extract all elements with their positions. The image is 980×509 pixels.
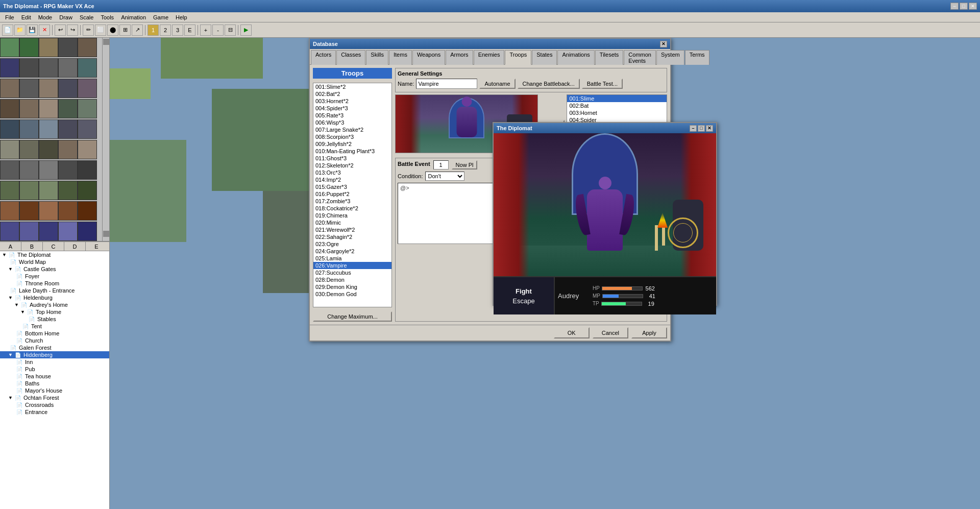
troop-list-item[interactable]: 002:Bat*2 xyxy=(313,90,391,98)
tile-cell-28[interactable] xyxy=(58,140,78,159)
menu-help[interactable]: Help xyxy=(173,14,190,21)
map-tree-item[interactable]: 📄Stables xyxy=(0,316,109,323)
map-tree-item[interactable]: 📄Mayor's House xyxy=(0,387,109,394)
tile-cell-43[interactable] xyxy=(58,201,78,221)
map-tree-item[interactable]: 📄Foyer xyxy=(0,273,109,280)
escape-button[interactable]: Escape xyxy=(512,297,534,305)
map-tree-item[interactable]: 📄Galen Forest xyxy=(0,344,109,351)
tile-cell-24[interactable] xyxy=(78,119,97,139)
tab-tilesets[interactable]: Tilesets xyxy=(595,50,624,65)
map-tree-item[interactable]: 📄Tent xyxy=(0,323,109,330)
battle-maximize[interactable]: □ xyxy=(698,125,705,132)
tile-cell-6[interactable] xyxy=(19,58,39,78)
enemy-list-item[interactable]: 002:Bat xyxy=(567,102,667,109)
tile-cell-13[interactable] xyxy=(58,79,78,98)
map-tree-item[interactable]: ▼📄Hiddenberg xyxy=(0,351,109,358)
battle-minimize[interactable]: – xyxy=(690,125,697,132)
tile-cell-15[interactable] xyxy=(0,99,19,118)
tab-actors[interactable]: Actors xyxy=(311,50,336,65)
troop-list-item[interactable]: 009:Jellyfish*2 xyxy=(313,140,391,148)
menu-animation[interactable]: Animation xyxy=(118,14,149,21)
troop-list-item[interactable]: 022:Sahagin*2 xyxy=(313,233,391,240)
tile-cell-45[interactable] xyxy=(0,222,19,241)
tile-cell-37[interactable] xyxy=(39,181,58,200)
tile-cell-19[interactable] xyxy=(78,99,97,118)
fight-button[interactable]: Fight xyxy=(516,287,532,295)
map-tree-item[interactable]: 📄Throne Room xyxy=(0,280,109,287)
troop-list-item[interactable]: 003:Hornet*2 xyxy=(313,98,391,105)
database-close[interactable]: ✕ xyxy=(660,41,667,47)
toolbar-pencil[interactable]: ✏ xyxy=(83,25,94,36)
map-tree-item[interactable]: ▼📄Top Home xyxy=(0,308,109,316)
toolbar-select[interactable]: ↗ xyxy=(132,25,143,36)
tile-cell-38[interactable] xyxy=(58,181,78,200)
troop-list-item[interactable]: 021:Werewolf*2 xyxy=(313,226,391,233)
map-tree-item[interactable]: 📄Tea house xyxy=(0,373,109,380)
map-tree-item[interactable]: 📄World Map xyxy=(0,258,109,265)
tile-cell-34[interactable] xyxy=(78,160,97,180)
apply-button[interactable]: Apply xyxy=(631,327,667,338)
tile-cell-17[interactable] xyxy=(39,99,58,118)
map-tree[interactable]: ▼📄The Diplomat 📄World Map▼📄Castle Gates … xyxy=(0,251,109,509)
troop-list-item[interactable]: 029:Demon King xyxy=(313,283,391,290)
tab-weapons[interactable]: Weapons xyxy=(412,50,445,65)
tile-cell-12[interactable] xyxy=(39,79,58,98)
troop-list-item[interactable]: 017:Zombie*3 xyxy=(313,198,391,205)
map-tree-item[interactable]: 📄Lake Dayth - Entrance xyxy=(0,287,109,294)
map-tree-item[interactable]: ▼📄Audrey's Home xyxy=(0,301,109,308)
troop-list-item[interactable]: 014:Imp*2 xyxy=(313,176,391,183)
menu-scale[interactable]: Scale xyxy=(77,14,97,21)
troop-list-item[interactable]: 001:Slime*2 xyxy=(313,83,391,90)
condition-select[interactable]: Don't Turn No. Enemy HP xyxy=(425,172,464,181)
menu-game[interactable]: Game xyxy=(150,14,172,21)
menu-mode[interactable]: Mode xyxy=(35,14,56,21)
ok-button[interactable]: OK xyxy=(554,327,590,338)
battle-close[interactable]: ✕ xyxy=(706,125,713,132)
tab-states[interactable]: States xyxy=(532,50,557,65)
tab-enemies[interactable]: Enemies xyxy=(474,50,505,65)
tileset-area[interactable] xyxy=(0,38,109,242)
troop-list-item[interactable]: 020:Mimic xyxy=(313,219,391,226)
toolbar-undo[interactable]: ↩ xyxy=(55,25,66,36)
name-input[interactable] xyxy=(416,79,477,89)
toolbar-open[interactable]: 📁 xyxy=(14,25,26,36)
tile-cell-8[interactable] xyxy=(58,58,78,78)
map-tree-item[interactable]: ▼📄The Diplomat xyxy=(0,251,109,258)
troop-list-item[interactable]: 025:Lamia xyxy=(313,255,391,262)
tile-cell-4[interactable] xyxy=(78,38,97,57)
toolbar-layer2[interactable]: 2 xyxy=(160,25,171,36)
battle-window[interactable]: The Diplomat – □ ✕ xyxy=(493,122,717,306)
tile-cell-9[interactable] xyxy=(78,58,97,78)
tab-common-events[interactable]: Common Events xyxy=(624,50,656,65)
now-play-button[interactable]: Now Pl xyxy=(452,160,478,169)
tab-skills[interactable]: Skills xyxy=(366,50,388,65)
tile-cell-1[interactable] xyxy=(19,38,39,57)
tile-cell-31[interactable] xyxy=(19,160,39,180)
troop-list-item[interactable]: 007:Large Snake*2 xyxy=(313,126,391,133)
troops-list[interactable]: 001:Slime*2002:Bat*2003:Hornet*2004:Spid… xyxy=(313,83,392,307)
toolbar-layer1[interactable]: 1 xyxy=(148,25,159,36)
cancel-button[interactable]: Cancel xyxy=(593,327,628,338)
enemy-list-item[interactable]: 003:Hornet xyxy=(567,109,667,116)
toolbar-zoom-fit[interactable]: ⊟ xyxy=(225,25,236,36)
tile-cell-23[interactable] xyxy=(58,119,78,139)
tile-cell-35[interactable] xyxy=(0,181,19,200)
troop-list-item[interactable]: 008:Scorpion*3 xyxy=(313,133,391,140)
troop-list-item[interactable]: 024:Gargoyle*2 xyxy=(313,248,391,255)
map-tree-item[interactable]: 📄Baths xyxy=(0,380,109,387)
tile-cell-44[interactable] xyxy=(78,201,97,221)
tile-cell-18[interactable] xyxy=(58,99,78,118)
tile-cell-39[interactable] xyxy=(78,181,97,200)
tab-items[interactable]: Items xyxy=(389,50,412,65)
tile-cell-3[interactable] xyxy=(58,38,78,57)
toolbar-ellipse[interactable]: ⬤ xyxy=(107,25,118,36)
window-controls[interactable]: – □ ✕ xyxy=(950,3,977,10)
troop-list-item[interactable]: 013:Orc*3 xyxy=(313,169,391,176)
menu-file[interactable]: File xyxy=(2,14,17,21)
battle-test-button[interactable]: Battle Test... xyxy=(582,79,623,89)
troop-list-item[interactable]: 026:Vampire xyxy=(313,262,391,269)
troop-list-item[interactable]: 023:Ogre xyxy=(313,240,391,248)
map-tree-item[interactable]: 📄Crossroads xyxy=(0,401,109,408)
map-tree-item[interactable]: 📄Pub xyxy=(0,366,109,373)
tile-cell-25[interactable] xyxy=(0,140,19,159)
